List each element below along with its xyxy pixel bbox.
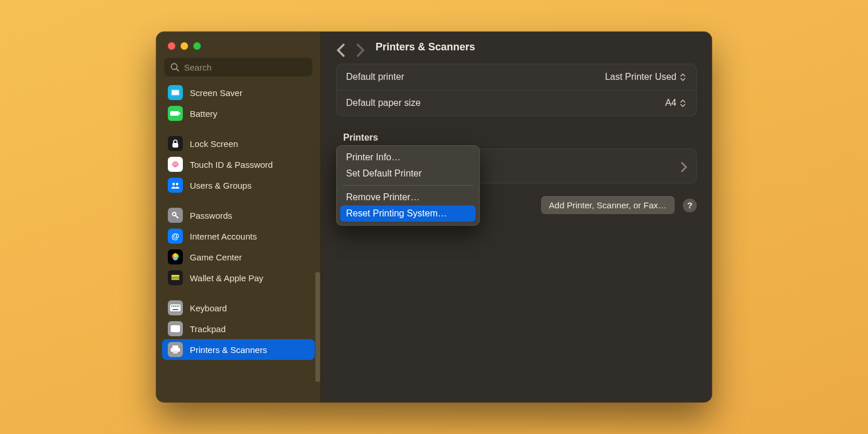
svg-rect-3: [172, 90, 179, 95]
svg-rect-15: [171, 277, 179, 278]
trackpad-icon: [168, 321, 183, 336]
search-icon: [170, 62, 179, 72]
updown-icon: [680, 100, 687, 107]
sidebar-item-lock-screen[interactable]: Lock Screen: [162, 133, 315, 154]
row-value: Last Printer Used: [605, 72, 687, 82]
close-window-button[interactable]: [168, 42, 175, 50]
sidebar-item-label: Touch ID & Password: [190, 160, 273, 170]
svg-rect-21: [176, 306, 178, 307]
sidebar-item-label: Wallet & Apple Pay: [190, 273, 263, 283]
zoom-window-button[interactable]: [193, 42, 201, 50]
default-printer-row[interactable]: Default printer Last Printer Used: [337, 64, 696, 90]
sidebar-item-internet-accounts[interactable]: @ Internet Accounts: [162, 226, 315, 247]
menu-item-set-default[interactable]: Set Default Printer: [340, 165, 476, 182]
sidebar-item-label: Battery: [190, 109, 218, 119]
svg-line-1: [176, 69, 179, 71]
wallet-icon: [168, 270, 183, 285]
svg-rect-25: [172, 345, 178, 348]
svg-rect-23: [172, 309, 178, 310]
updown-icon: [680, 73, 687, 81]
svg-point-0: [171, 64, 177, 69]
sidebar-item-touch-id[interactable]: Touch ID & Password: [162, 154, 315, 175]
svg-rect-19: [173, 306, 174, 307]
svg-rect-16: [171, 278, 179, 280]
svg-rect-4: [170, 111, 179, 116]
svg-rect-5: [179, 112, 181, 115]
defaults-card: Default printer Last Printer Used Defaul…: [336, 64, 697, 116]
minimize-window-button[interactable]: [181, 42, 188, 50]
help-button[interactable]: ?: [683, 198, 697, 212]
users-icon: [168, 178, 183, 193]
screen-saver-icon: [168, 85, 183, 100]
sidebar-item-game-center[interactable]: Game Center: [162, 247, 315, 267]
traffic-lights: [156, 32, 321, 50]
svg-point-8: [176, 183, 178, 185]
search-input[interactable]: [164, 58, 312, 76]
svg-rect-20: [175, 306, 176, 307]
sidebar-item-label: Screen Saver: [190, 88, 242, 98]
svg-rect-22: [178, 306, 179, 307]
menu-item-printer-info[interactable]: Printer Info…: [340, 149, 476, 165]
menu-item-reset-printing-system[interactable]: Reset Printing System…: [340, 205, 476, 222]
svg-point-13: [174, 253, 178, 258]
page-title: Printers & Scanners: [376, 41, 475, 53]
sidebar-item-battery[interactable]: Battery: [162, 103, 315, 124]
default-paper-row[interactable]: Default paper size A4: [337, 90, 696, 116]
printer-icon: [168, 342, 183, 357]
row-label: Default printer: [346, 72, 404, 82]
row-label: Default paper size: [346, 98, 421, 108]
nav-back-button[interactable]: [336, 43, 345, 52]
search-container: [156, 50, 321, 81]
main-content: Printers & Scanners Default printer Last…: [321, 32, 712, 402]
row-value: A4: [665, 98, 687, 108]
at-icon: @: [168, 229, 183, 244]
sidebar-item-screen-saver[interactable]: Screen Saver: [162, 82, 315, 103]
nav-forward-button[interactable]: [356, 43, 365, 52]
sidebar-item-label: Keyboard: [190, 303, 227, 313]
sidebar-item-label: Game Center: [190, 252, 242, 262]
lock-icon: [168, 136, 183, 151]
sidebar-item-label: Users & Groups: [190, 181, 252, 190]
sidebar-item-label: Passwords: [190, 211, 232, 220]
sidebar-item-label: Lock Screen: [190, 139, 238, 149]
sidebar-item-label: Printers & Scanners: [190, 345, 267, 355]
sidebar-item-trackpad[interactable]: Trackpad: [162, 318, 315, 339]
svg-rect-18: [171, 306, 172, 307]
key-icon: [168, 208, 183, 223]
sidebar-list: Screen Saver Battery Lock Screen: [156, 81, 321, 402]
menu-item-remove-printer[interactable]: Remove Printer…: [340, 189, 476, 205]
gamecenter-icon: [168, 249, 183, 264]
sidebar-item-label: Trackpad: [190, 324, 226, 334]
default-paper-value: A4: [665, 98, 676, 108]
context-menu: Printer Info… Set Default Printer Remove…: [336, 145, 480, 226]
chevron-right-icon: [681, 162, 687, 170]
menu-separator: [343, 185, 473, 186]
printers-section-title: Printers: [343, 133, 697, 143]
svg-rect-27: [173, 351, 178, 354]
fingerprint-icon: [168, 157, 183, 172]
sidebar-item-wallet[interactable]: Wallet & Apple Pay: [162, 267, 315, 288]
system-settings-window: Screen Saver Battery Lock Screen: [156, 32, 712, 402]
svg-point-7: [172, 183, 175, 185]
sidebar-item-label: Internet Accounts: [190, 231, 257, 241]
sidebar-item-users-groups[interactable]: Users & Groups: [162, 175, 315, 196]
titlebar: Printers & Scanners: [336, 41, 697, 64]
svg-rect-17: [170, 304, 181, 311]
keyboard-icon: [168, 300, 183, 315]
sidebar-item-keyboard[interactable]: Keyboard: [162, 297, 315, 318]
default-printer-value: Last Printer Used: [605, 72, 676, 82]
sidebar-item-printers-scanners[interactable]: Printers & Scanners: [162, 339, 315, 360]
add-printer-button[interactable]: Add Printer, Scanner, or Fax…: [541, 196, 675, 214]
svg-rect-6: [172, 143, 178, 148]
sidebar: Screen Saver Battery Lock Screen: [156, 32, 321, 402]
battery-icon: [168, 106, 183, 121]
scrollbar-thumb[interactable]: [315, 272, 320, 382]
svg-rect-14: [171, 275, 179, 277]
sidebar-item-passwords[interactable]: Passwords: [162, 205, 315, 226]
svg-rect-24: [171, 325, 180, 332]
